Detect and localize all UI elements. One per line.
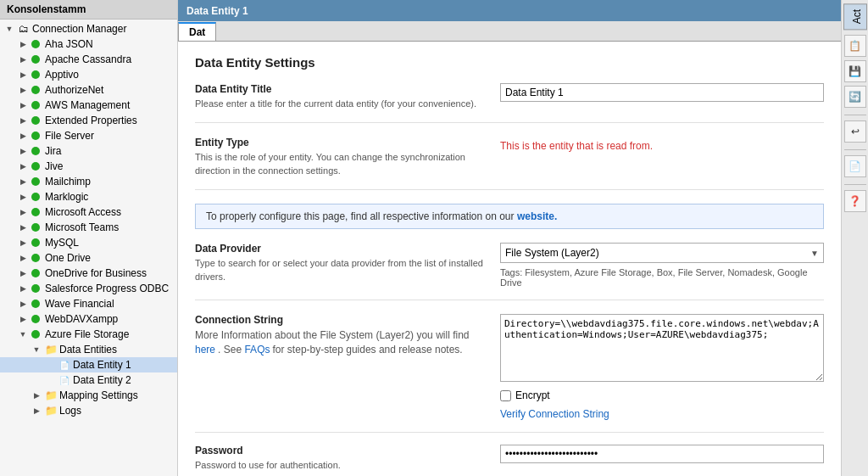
expand-icon[interactable]: ▶ [17, 283, 29, 294]
sidebar-item-data-entity-2[interactable]: 📄 Data Entity 2 [0, 372, 177, 388]
connection-manager-label: Connection Manager [32, 23, 126, 35]
sidebar-item-wave-financial[interactable]: ▶ Wave Financial [0, 296, 177, 311]
sidebar-item-mailchimp[interactable]: ▶ Mailchimp [0, 174, 177, 189]
item-label: Mapping Settings [59, 389, 138, 401]
expand-icon[interactable]: ▶ [17, 252, 29, 264]
item-label: Data Entity 2 [73, 374, 131, 386]
sidebar: Konsolenstamm ▼ 🗂 Connection Manager ▶ A… [0, 0, 178, 476]
sidebar-item-one-drive[interactable]: ▶ One Drive [0, 250, 177, 266]
sidebar-item-microsoft-access[interactable]: ▶ Microsoft Access [0, 204, 177, 220]
item-label: Microsoft Teams [45, 221, 119, 233]
expand-icon[interactable]: ▶ [17, 298, 29, 310]
item-label: Apptivo [45, 69, 79, 81]
expand-icon[interactable]: ▶ [17, 206, 29, 218]
sidebar-item-data-entities[interactable]: ▼ 📁 Data Entities [0, 342, 177, 357]
expand-icon[interactable]: ▶ [17, 99, 29, 111]
item-label: Microsoft Access [45, 206, 121, 218]
expand-icon[interactable]: ▶ [31, 389, 42, 401]
sidebar-item-mapping-settings[interactable]: ▶ 📁 Mapping Settings [0, 388, 177, 403]
sidebar-item-logs[interactable]: ▶ 📁 Logs [0, 403, 177, 418]
item-label: File Server [45, 130, 94, 142]
sidebar-item-azure-file-storage[interactable]: ▼ Azure File Storage [0, 327, 177, 342]
form-left: Data Provider Type to search for or sele… [195, 243, 483, 283]
sidebar-item-authorizenet[interactable]: ▶ AuthorizeNet [0, 82, 177, 98]
expand-icon[interactable]: ▶ [17, 145, 29, 157]
sidebar-item-webdavxampp[interactable]: ▶ WebDAVXampp [0, 311, 177, 327]
action-btn-document[interactable]: 📄 [844, 155, 866, 177]
item-label: AWS Management [45, 99, 130, 111]
conn-here-link[interactable]: here [195, 344, 215, 356]
item-label: Jira [45, 145, 61, 157]
data-provider-select[interactable]: File System (Layer2) SQL Server SharePoi… [500, 243, 824, 263]
action-btn-save[interactable]: 💾 [844, 60, 866, 82]
action-btn-help[interactable]: ❓ [844, 190, 866, 212]
sidebar-item-microsoft-teams[interactable]: ▶ Microsoft Teams [0, 220, 177, 235]
connector-icon [31, 101, 40, 109]
sidebar-item-aha-json[interactable]: ▶ Aha JSON [0, 36, 177, 52]
expand-icon[interactable]: ▶ [17, 313, 29, 325]
action-tab[interactable]: Act [843, 3, 867, 30]
sidebar-item-mysql[interactable]: ▶ MySQL [0, 235, 177, 250]
expand-icon[interactable]: ▶ [17, 176, 29, 188]
provider-tags: Tags: Filesystem, Azure File Storage, Bo… [500, 267, 824, 288]
action-panel: Act 📋 💾 🔄 ↩ 📄 ❓ [841, 0, 868, 476]
expand-icon[interactable]: ▶ [17, 38, 29, 50]
connector-icon [31, 238, 40, 247]
sidebar-item-marklogic[interactable]: ▶ Marklogic [0, 189, 177, 204]
field-label: Entity Type [195, 137, 483, 148]
expand-icon[interactable]: ▼ [31, 344, 42, 356]
sidebar-item-jive[interactable]: ▶ Jive [0, 159, 177, 174]
action-btn-data[interactable]: 📋 [844, 35, 866, 57]
password-input[interactable] [500, 445, 824, 463]
expand-icon[interactable]: ▶ [17, 130, 29, 142]
sidebar-item-file-server[interactable]: ▶ File Server [0, 128, 177, 143]
conn-faq-link[interactable]: FAQs [244, 344, 270, 356]
sidebar-item-data-entity-1[interactable]: 📄 Data Entity 1 [0, 357, 177, 372]
expand-icon[interactable]: ▼ [17, 328, 29, 340]
expand-icon[interactable]: ▶ [17, 221, 29, 233]
info-bar: To properly configure this page, find al… [195, 204, 824, 229]
expand-icon[interactable]: ▶ [17, 69, 29, 81]
expand-icon[interactable]: ▶ [17, 237, 29, 249]
sidebar-item-apache-cassandra[interactable]: ▶ Apache Cassandra [0, 52, 177, 67]
password-section: Password Password to use for authenticat… [195, 445, 824, 476]
clipboard-icon: 📋 [849, 40, 861, 52]
expand-icon[interactable]: ▶ [31, 405, 42, 417]
expand-placeholder [44, 374, 56, 386]
connector-icon [31, 86, 40, 94]
encrypt-checkbox[interactable] [500, 390, 511, 401]
expand-icon[interactable]: ▶ [17, 115, 29, 126]
item-label: Wave Financial [45, 298, 114, 310]
website-link[interactable]: website. [517, 210, 557, 222]
sidebar-item-jira[interactable]: ▶ Jira [0, 143, 177, 159]
expand-icon[interactable]: ▶ [17, 191, 29, 203]
connector-icon [31, 284, 40, 293]
sidebar-item-salesforce-odbc[interactable]: ▶ Salesforce Progress ODBC [0, 281, 177, 296]
expand-icon[interactable]: ▶ [17, 267, 29, 279]
connection-string-textarea[interactable]: Directory=\\webdavdiag375.file.core.wind… [500, 314, 824, 382]
sidebar-item-aws-management[interactable]: ▶ AWS Management [0, 98, 177, 113]
data-entity-title-input[interactable] [500, 83, 824, 102]
sidebar-item-apptivo[interactable]: ▶ Apptivo [0, 67, 177, 82]
action-btn-undo[interactable]: ↩ [844, 120, 866, 143]
action-btn-refresh[interactable]: 🔄 [844, 86, 866, 108]
sidebar-item-connection-manager[interactable]: ▼ 🗂 Connection Manager [0, 21, 177, 36]
sidebar-item-onedrive-business[interactable]: ▶ OneDrive for Business [0, 266, 177, 281]
folder-icon: 📁 [45, 405, 57, 417]
expand-placeholder [44, 359, 56, 371]
content-area: Data Entity Settings Data Entity Title P… [178, 42, 841, 476]
verify-connection-link[interactable]: Verify Connection String [500, 408, 824, 420]
item-label: Apache Cassandra [45, 53, 131, 65]
expand-icon[interactable]: ▶ [17, 84, 29, 96]
expand-icon[interactable]: ▶ [17, 53, 29, 65]
expand-icon[interactable]: ▼ [3, 23, 15, 35]
tab-dat[interactable]: Dat [178, 22, 216, 41]
field-desc: This is the role of your entity. You can… [195, 151, 483, 177]
sidebar-item-extended-properties[interactable]: ▶ Extended Properties [0, 113, 177, 128]
expand-icon[interactable]: ▶ [17, 160, 29, 172]
item-label: Jive [45, 160, 63, 172]
form-right: This is the entity that is read from. [500, 137, 824, 152]
folder-icon: 📁 [45, 344, 57, 356]
connector-icon [31, 254, 40, 262]
item-label: Marklogic [45, 191, 88, 203]
